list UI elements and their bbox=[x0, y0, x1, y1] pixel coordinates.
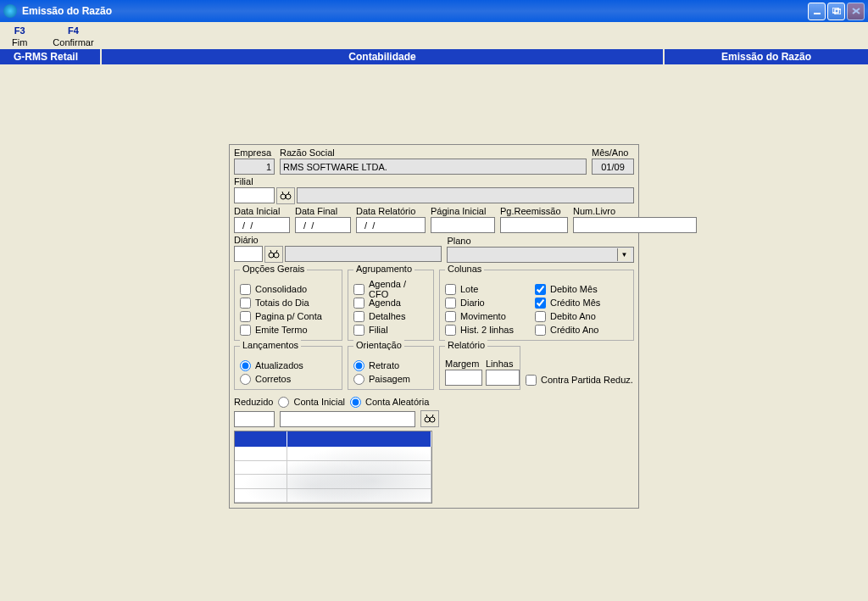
chk-debito-mes[interactable]: Debito Mês bbox=[535, 282, 628, 296]
chk-credito-ano[interactable]: Crédito Ano bbox=[535, 323, 628, 337]
data-relatorio-label: Data Relatório bbox=[356, 206, 426, 216]
rad-corretos[interactable]: Corretos bbox=[240, 372, 337, 386]
menu-confirmar[interactable]: F4 Confirmar bbox=[53, 25, 93, 47]
diario-lookup-button[interactable] bbox=[264, 246, 283, 263]
window-title: Emissão do Razão bbox=[22, 5, 112, 17]
pagina-inicial-field[interactable] bbox=[431, 217, 495, 233]
group-orientacao: Orientação Retrato Paisagem bbox=[348, 346, 434, 390]
chk-debito-ano[interactable]: Debito Ano bbox=[535, 309, 628, 323]
chk-lote[interactable]: Lote bbox=[445, 282, 528, 296]
chk-diario[interactable]: Diario bbox=[445, 296, 528, 309]
app-banner: G-RMS Retail Contabilidade Emissão do Ra… bbox=[0, 49, 868, 64]
pg-reemissao-field[interactable] bbox=[500, 217, 568, 233]
diario-label: Diário bbox=[234, 235, 442, 245]
razao-social-label: Razão Social bbox=[280, 147, 587, 158]
group-relatorio: Relatório Margem Linhas bbox=[439, 346, 520, 390]
margem-label: Margem bbox=[445, 359, 482, 369]
data-final-label: Data Final bbox=[295, 206, 351, 216]
rad-conta-aleatoria[interactable]: Conta Aleatória bbox=[350, 395, 429, 409]
conta-lookup-button[interactable] bbox=[420, 410, 439, 427]
num-livro-field[interactable] bbox=[573, 217, 697, 233]
reduzido-field[interactable] bbox=[234, 411, 275, 427]
diario-code-field[interactable] bbox=[234, 246, 263, 262]
filial-label: Filial bbox=[234, 176, 634, 186]
chk-totais-dia[interactable]: Totais do Dia bbox=[240, 296, 337, 309]
pagina-inicial-label: Página Inicial bbox=[431, 206, 495, 216]
chk-agenda-cfo[interactable]: Agenda / CFO bbox=[353, 282, 428, 296]
conta-desc-field[interactable] bbox=[280, 411, 415, 427]
data-inicial-field[interactable] bbox=[234, 217, 290, 233]
rad-atualizados[interactable]: Atualizados bbox=[240, 359, 337, 372]
shortcut-bar: F3 Fim F4 Confirmar bbox=[0, 22, 868, 49]
svg-rect-0 bbox=[814, 13, 821, 14]
rad-paisagem[interactable]: Paisagem bbox=[353, 372, 428, 386]
banner-mid: Contabilidade bbox=[102, 49, 665, 64]
group-agrupamento: Agrupamento Agenda / CFO Agenda Detalhes… bbox=[348, 270, 434, 341]
margem-field[interactable] bbox=[445, 370, 482, 386]
banner-right: Emissão do Razão bbox=[665, 49, 868, 64]
empresa-label: Empresa bbox=[234, 147, 275, 158]
title-bar: Emissão do Razão bbox=[0, 0, 868, 22]
conta-grid[interactable] bbox=[234, 431, 432, 504]
diario-desc-field bbox=[285, 246, 442, 262]
menu-fim[interactable]: F3 Fim bbox=[12, 25, 27, 47]
linhas-label: Linhas bbox=[486, 359, 520, 369]
rad-retrato[interactable]: Retrato bbox=[353, 359, 428, 372]
plano-label: Plano bbox=[447, 236, 634, 246]
chk-credito-mes[interactable]: Crédito Mês bbox=[535, 296, 628, 309]
chk-movimento[interactable]: Movimento bbox=[445, 309, 528, 323]
svg-point-6 bbox=[286, 194, 291, 199]
maximize-button[interactable] bbox=[827, 3, 845, 20]
chk-detalhes[interactable]: Detalhes bbox=[353, 309, 428, 323]
close-button[interactable] bbox=[847, 3, 865, 20]
pg-reemissao-label: Pg.Reemissão bbox=[500, 206, 568, 216]
svg-point-8 bbox=[274, 253, 279, 258]
data-final-field[interactable] bbox=[295, 217, 351, 233]
svg-point-7 bbox=[269, 253, 274, 258]
app-icon bbox=[3, 4, 17, 18]
group-colunas: Colunas Lote Diario Movimento Hist. 2 li… bbox=[439, 270, 634, 341]
num-livro-label: Num.Livro bbox=[573, 206, 697, 216]
plano-combo[interactable]: ▼ bbox=[447, 247, 634, 263]
mes-ano-field bbox=[592, 159, 634, 175]
svg-point-5 bbox=[281, 194, 286, 199]
banner-left: G-RMS Retail bbox=[0, 49, 102, 64]
data-relatorio-field[interactable] bbox=[356, 217, 426, 233]
svg-point-10 bbox=[430, 417, 435, 422]
minimize-button[interactable] bbox=[808, 3, 826, 20]
group-lancamentos: Lançamentos Atualizados Corretos bbox=[234, 346, 342, 390]
form-panel: Empresa Razão Social Mês/Ano Filial Data… bbox=[229, 144, 639, 509]
data-inicial-label: Data Inicial bbox=[234, 206, 290, 216]
filial-desc-field bbox=[297, 187, 634, 203]
mes-ano-label: Mês/Ano bbox=[592, 147, 634, 158]
chk-filial[interactable]: Filial bbox=[353, 323, 428, 337]
chk-pagina-conta[interactable]: Pagina p/ Conta bbox=[240, 309, 337, 323]
filial-code-field[interactable] bbox=[234, 187, 275, 203]
reduzido-label: Reduzido bbox=[234, 397, 273, 407]
svg-point-9 bbox=[425, 417, 430, 422]
chk-emite-termo[interactable]: Emite Termo bbox=[240, 323, 337, 337]
rad-conta-inicial[interactable]: Conta Inicial bbox=[278, 395, 345, 409]
linhas-field[interactable] bbox=[486, 370, 520, 386]
filial-lookup-button[interactable] bbox=[276, 187, 295, 204]
chk-consolidado[interactable]: Consolidado bbox=[240, 282, 337, 296]
chk-hist-2-linhas[interactable]: Hist. 2 linhas bbox=[445, 323, 528, 337]
group-opcoes-gerais: Opções Gerais Consolidado Totais do Dia … bbox=[234, 270, 342, 341]
razao-social-field bbox=[280, 159, 587, 175]
chk-contra-partida[interactable]: Contra Partida Reduz. bbox=[526, 373, 633, 387]
empresa-field bbox=[234, 159, 275, 175]
